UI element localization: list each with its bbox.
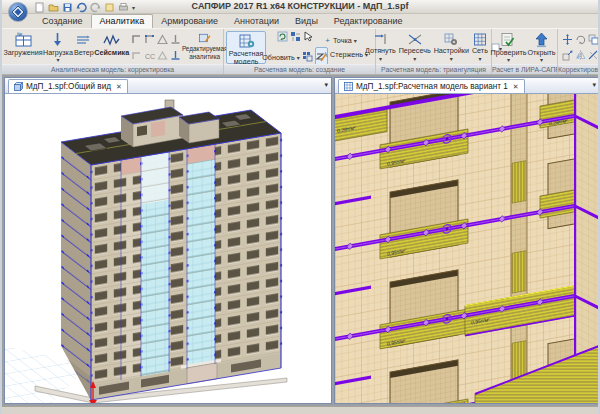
group-label: Расчетная модель: создание <box>224 64 375 74</box>
fem-mesh-view: 0,95т/м² 0,95т/м² 0,95т/м² 0,28т/м² 0,95… <box>335 94 599 403</box>
trim-icon[interactable] <box>587 48 600 64</box>
preview-icon[interactable] <box>104 2 115 13</box>
tab-sozdanie[interactable]: Создание <box>34 15 91 28</box>
editable-analytics-icon <box>198 32 212 44</box>
analytic-tools-grid: CC <box>130 31 182 64</box>
tab-list-arrow-icon[interactable]: ▾ <box>592 81 596 89</box>
tab-armirovanie[interactable]: Армирование <box>153 15 226 28</box>
tab-redaktirovanie[interactable]: Редактирование <box>326 15 411 28</box>
ribbon-tab-bar: Создание Аналитика Армирование Аннотации… <box>2 14 598 28</box>
group-correction: Корректировка <box>558 29 600 74</box>
close-tab-icon[interactable]: ✕ <box>116 83 122 91</box>
calc-point-button[interactable]: + Точка ▾ <box>324 35 368 46</box>
save-icon[interactable] <box>62 2 73 13</box>
tab-analitika[interactable]: Аналитика <box>91 14 154 28</box>
calc-model-button[interactable]: Расчетная модель <box>226 31 266 64</box>
open-lira-button[interactable]: Открыть ▾ <box>528 31 556 64</box>
wall-column-strip <box>511 94 527 403</box>
wind-icon <box>75 32 92 48</box>
title-bar: ▾ САПФИР 2017 R1 x64 КОНСТРУКЦИИ - МдП_1… <box>2 0 598 14</box>
rotate-icon[interactable] <box>574 32 587 48</box>
group-triangulation: Дотянуть▾ Пересечь▾ Настройки▾ Сеть▾ ▾ Р… <box>376 29 492 74</box>
plus-icon: + <box>324 36 331 45</box>
model-view-tabstrip: МдП_1.spf:Общий вид ✕ ▾ <box>5 78 331 94</box>
tab-list-arrow-icon[interactable]: ▾ <box>324 81 328 89</box>
loads-icon: № <box>15 32 32 48</box>
link-icon[interactable]: CC <box>143 48 156 64</box>
svg-text:CC: CC <box>145 53 155 60</box>
new-document-icon[interactable] <box>34 2 45 13</box>
model-viewport[interactable] <box>5 94 331 403</box>
frame2-icon[interactable] <box>130 48 143 64</box>
frame-icon[interactable] <box>130 32 143 48</box>
close-tab-icon[interactable]: ✕ <box>513 83 519 91</box>
mesh-doc-icon <box>344 82 353 91</box>
app-menu-button[interactable] <box>8 2 28 22</box>
tab-annotacii[interactable]: Аннотации <box>226 15 287 28</box>
point-bar-stack: + Точка ▾ \ Стержень ▾ <box>324 31 368 64</box>
mirror-icon[interactable] <box>574 48 587 64</box>
calc-model-tabstrip: МдП_1.spf:Расчетная модель вариант 1 ✕ ▾ <box>335 78 599 94</box>
sapfir-logo-icon <box>12 6 24 18</box>
intersect-button[interactable]: Пересечь▾ <box>399 31 431 64</box>
print-icon[interactable] <box>118 2 129 13</box>
load-button[interactable]: Нагрузка ▾ <box>43 31 73 64</box>
copy-icon[interactable] <box>587 32 600 48</box>
group-label: Расчет в ЛИРА-САПР <box>492 64 557 74</box>
group-calc-model-create: Расчетная модель Обновить ▾ <box>224 29 376 74</box>
calc-model-tab[interactable]: МдП_1.spf:Расчетная модель вариант 1 ✕ <box>338 79 525 93</box>
mesh-wall-plane: 0,95т/м² 0,95т/м² 0,95т/м² 0,28т/м² 0,95… <box>335 94 599 403</box>
model-view-window: МдП_1.spf:Общий вид ✕ ▾ <box>4 77 332 404</box>
mesh-swap-icon[interactable] <box>290 28 301 46</box>
support2-icon[interactable] <box>169 48 182 64</box>
group-lira-sapr: Проверить ▾ Открыть ▾ Расчет в ЛИРА-САПР <box>492 29 558 74</box>
building-front-facade <box>90 133 282 400</box>
calc-model-viewport[interactable]: 0,95т/м² 0,95т/м² 0,95т/м² 0,28т/м² 0,95… <box>335 94 599 403</box>
mesh-net-icon <box>473 33 487 46</box>
editable-analytics-button[interactable]: Редактируемая аналитика <box>183 31 227 64</box>
group-label: Корректировка <box>558 64 600 74</box>
triangle-icon[interactable] <box>156 48 169 64</box>
truss-icon[interactable] <box>156 32 169 48</box>
mesh-button[interactable]: Сеть▾ <box>472 31 488 64</box>
group-label: Расчетная модель: триангуляция <box>376 64 491 74</box>
calc-model-window: МдП_1.spf:Расчетная модель вариант 1 ✕ ▾ <box>334 77 600 404</box>
frame-nodes-icon[interactable] <box>143 32 156 48</box>
ribbon: № Загружения Нагрузка ▾ Ветер Сейсмика <box>2 28 598 75</box>
building-3d-model <box>5 94 331 403</box>
extend-icon <box>373 33 387 46</box>
status-bar <box>2 406 598 414</box>
support-icon[interactable] <box>169 32 182 48</box>
redo-icon[interactable] <box>90 2 101 13</box>
calc-model-icon <box>238 33 255 49</box>
check-model-icon <box>500 32 517 48</box>
update-button[interactable]: Обновить ▾ <box>262 52 300 63</box>
loads-button[interactable]: № Загружения <box>4 31 42 64</box>
seismic-button[interactable]: Сейсмика <box>95 31 129 64</box>
correction-tools-grid <box>561 31 600 64</box>
group-label: Аналитическая модель: корректировка <box>2 64 223 74</box>
extend-button[interactable]: Дотянуть▾ <box>365 31 396 64</box>
calc-bar-button[interactable]: \ Стержень ▾ <box>324 49 368 60</box>
group-analytic-model: № Загружения Нагрузка ▾ Ветер Сейсмика <box>2 29 224 74</box>
settings-gear-icon <box>444 33 458 46</box>
view-cube-icon <box>14 82 23 91</box>
document-area: МдП_1.spf:Общий вид ✕ ▾ <box>2 75 598 406</box>
refresh-mesh-icon[interactable] <box>277 28 288 46</box>
wind-button[interactable]: Ветер <box>74 31 94 64</box>
open-icon[interactable] <box>48 2 59 13</box>
check-button[interactable]: Проверить ▾ <box>494 31 524 64</box>
model-view-tab[interactable]: МдП_1.spf:Общий вид ✕ <box>8 79 128 93</box>
scale-icon[interactable] <box>561 48 574 64</box>
settings-button[interactable]: Настройки▾ <box>434 31 469 64</box>
load-arrow-icon <box>49 32 66 48</box>
diagonal-line-icon: \ <box>324 50 328 59</box>
move-icon[interactable] <box>561 32 574 48</box>
seismic-icon <box>103 32 120 48</box>
cursor-icon[interactable] <box>303 28 314 46</box>
application-window: ▾ САПФИР 2017 R1 x64 КОНСТРУКЦИИ - МдП_1… <box>0 0 600 414</box>
undo-icon[interactable] <box>76 2 87 13</box>
tab-vidy[interactable]: Виды <box>287 15 326 28</box>
qat-customize-arrow-icon[interactable]: ▾ <box>132 4 135 11</box>
quick-access-toolbar: ▾ <box>34 1 135 13</box>
